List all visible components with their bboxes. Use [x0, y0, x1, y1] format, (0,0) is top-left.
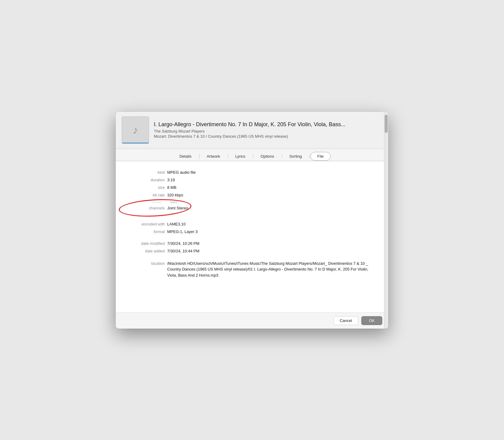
label-kind: kind	[128, 170, 167, 175]
label-channels: channels	[128, 206, 167, 210]
album-artwork: ♪	[122, 117, 149, 144]
label-size: size	[128, 185, 167, 190]
field-encoded: encoded with LAME3.10	[128, 220, 376, 228]
field-date-added: date added 7/30/24, 10:44 PM	[128, 247, 376, 255]
field-format: format MPEG-1, Layer 3	[128, 228, 376, 235]
track-album: Mozart: Divertimentos 7 & 10 / Country D…	[154, 134, 382, 139]
label-encoded: encoded with	[128, 222, 167, 226]
value-samplerate: ...kHz	[167, 200, 376, 203]
value-duration: 3:19	[167, 178, 376, 182]
label-format: format	[128, 229, 167, 234]
field-date-modified: date modified 7/30/24, 10:26 PM	[128, 240, 376, 247]
value-channels: Joint Stereo	[167, 206, 376, 210]
tab-artwork[interactable]: Artwork	[200, 152, 227, 160]
tab-options[interactable]: Options	[254, 152, 281, 160]
label-bitrate: bit rate	[128, 193, 167, 197]
dialog-header: ♪ I. Largo-Allegro - Divertimento No. 7 …	[116, 112, 388, 149]
dialog-footer: Cancel OK	[116, 312, 388, 329]
label-samplerate: samp...	[128, 200, 167, 203]
tab-lyrics[interactable]: Lyrics	[229, 152, 252, 160]
field-channels: channels Joint Stereo	[128, 204, 376, 212]
scrollbar-track[interactable]	[384, 112, 388, 329]
value-bitrate: 320 kbps	[167, 193, 376, 197]
label-duration: duration	[128, 178, 167, 182]
tab-sep-5: |	[309, 153, 310, 159]
value-size: 8 MB	[167, 185, 376, 190]
info-dialog: ♪ I. Largo-Allegro - Divertimento No. 7 …	[116, 112, 388, 329]
file-info-content: kind MPEG audio file duration 3:19 size …	[116, 161, 388, 312]
tab-sep-2: |	[227, 153, 228, 159]
label-location: location	[128, 261, 167, 266]
value-date-added: 7/30/24, 10:44 PM	[167, 249, 376, 253]
field-hidden: ...	[128, 215, 376, 218]
field-size: size 8 MB	[128, 184, 376, 191]
track-artist: The Salzburg Mozart Players	[154, 129, 382, 133]
value-hidden: ...	[167, 216, 376, 218]
field-duration: duration 3:19	[128, 176, 376, 184]
track-title: I. Largo-Allegro - Divertimento No. 7 In…	[154, 121, 382, 128]
value-format: MPEG-1, Layer 3	[167, 229, 376, 234]
value-kind: MPEG audio file	[167, 170, 376, 175]
track-info: I. Largo-Allegro - Divertimento No. 7 In…	[154, 121, 382, 139]
field-kind: kind MPEG audio file	[128, 169, 376, 176]
value-date-modified: 7/30/24, 10:26 PM	[167, 241, 376, 246]
label-date-modified: date modified	[128, 241, 167, 246]
tab-details[interactable]: Details	[173, 152, 198, 160]
ok-button[interactable]: OK	[361, 316, 382, 325]
field-samplerate: samp... ...kHz	[128, 199, 376, 203]
value-encoded: LAME3.10	[167, 222, 376, 226]
tab-file[interactable]: File	[310, 152, 331, 161]
music-note-icon: ♪	[133, 124, 138, 136]
field-location: location /Macintosh HD/Users/sch/Music/i…	[128, 259, 376, 280]
value-location: /Macintosh HD/Users/sch/Music/iTunes/iTu…	[167, 261, 376, 278]
scrollbar-thumb[interactable]	[385, 115, 388, 133]
cancel-button[interactable]: Cancel	[333, 316, 358, 325]
tab-sorting[interactable]: Sorting	[283, 152, 308, 160]
label-date-added: date added	[128, 249, 167, 253]
field-bitrate: bit rate 320 kbps	[128, 191, 376, 199]
